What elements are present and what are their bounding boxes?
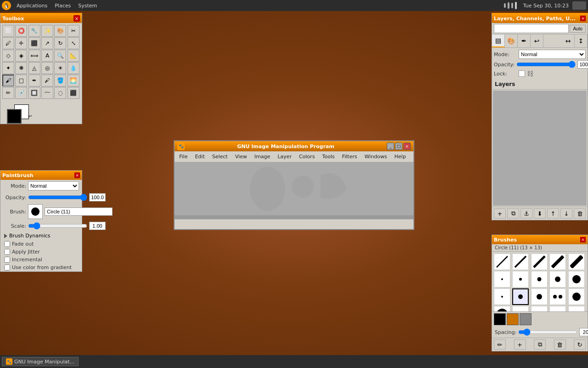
tool-bucket-fill[interactable]: 🪣 bbox=[54, 75, 66, 86]
tool-options-titlebar[interactable]: Paintbrush × bbox=[0, 171, 82, 180]
menu-edit[interactable]: Edit bbox=[191, 152, 208, 161]
tool-measure[interactable]: 📐 bbox=[68, 50, 79, 62]
places-menu[interactable]: Places bbox=[51, 2, 74, 10]
menu-select[interactable]: Select bbox=[209, 152, 232, 161]
brush-item-diag3[interactable] bbox=[531, 253, 548, 270]
brush-duplicate-button[interactable]: ⧉ bbox=[534, 339, 546, 350]
tool-scale[interactable]: ⤡ bbox=[68, 37, 79, 49]
tab-extra1[interactable]: ↔ bbox=[562, 34, 575, 47]
close-button[interactable]: × bbox=[403, 143, 411, 150]
use-color-gradient-checkbox[interactable] bbox=[4, 264, 10, 270]
brush-swatch-black[interactable] bbox=[494, 313, 506, 325]
tool-eraser[interactable]: □ bbox=[15, 75, 27, 86]
system-menu[interactable]: System bbox=[74, 2, 101, 10]
foreground-color-swatch[interactable] bbox=[7, 109, 22, 124]
tab-layers[interactable]: ▤ bbox=[492, 34, 505, 47]
brush-item-tiny1[interactable] bbox=[512, 306, 529, 311]
applications-menu[interactable]: Applications bbox=[13, 2, 51, 10]
tool-perspective-clone[interactable]: ◬ bbox=[28, 62, 40, 74]
layer-merge-button[interactable]: ⬇ bbox=[534, 208, 546, 218]
tool-color-picker[interactable]: 💉 bbox=[15, 87, 27, 99]
layers-auto-button[interactable]: Auto bbox=[570, 25, 586, 33]
tool-smudge[interactable]: 💧 bbox=[68, 62, 79, 74]
opacity-slider[interactable] bbox=[28, 194, 87, 201]
brush-item-md2[interactable] bbox=[549, 288, 566, 305]
gimp-titlebar[interactable]: 🐾 GNU Image Manipulation Program _ □ × bbox=[175, 141, 413, 151]
brush-item-sm1[interactable] bbox=[494, 288, 510, 305]
tool-crop[interactable]: ↗ bbox=[41, 37, 53, 49]
tool-heal[interactable]: ❋ bbox=[15, 62, 27, 74]
menu-windows[interactable]: Windows bbox=[361, 152, 390, 161]
brush-refresh-button[interactable]: ↻ bbox=[574, 339, 586, 350]
opacity-value-input[interactable]: 100.0 bbox=[89, 193, 106, 201]
layers-search-input[interactable] bbox=[494, 24, 569, 33]
brush-item-dot3[interactable] bbox=[531, 271, 548, 288]
tool-shear[interactable]: ◇ bbox=[2, 50, 14, 62]
tool-options-close-button[interactable]: × bbox=[74, 172, 80, 178]
lock-pixels-checkbox[interactable] bbox=[519, 70, 525, 77]
brush-item-xl1[interactable] bbox=[494, 306, 510, 311]
brush-dynamics-toggle[interactable]: Brush Dynamics bbox=[0, 231, 82, 240]
tool-fuzzy-select[interactable]: ✨ bbox=[41, 25, 53, 37]
layer-opacity-value[interactable]: 100.0 bbox=[577, 60, 588, 69]
tool-paths[interactable]: 🖊 bbox=[2, 37, 14, 49]
fade-out-checkbox[interactable] bbox=[4, 241, 10, 247]
tool-move[interactable]: ✛ bbox=[15, 37, 27, 49]
gimp-canvas-area[interactable] bbox=[175, 162, 413, 229]
brush-item-diag2[interactable] bbox=[512, 253, 529, 270]
tool-warp[interactable]: 〰 bbox=[41, 87, 53, 99]
layer-delete-button[interactable]: 🗑 bbox=[574, 208, 586, 218]
brush-swatch-gray[interactable] bbox=[520, 313, 531, 325]
tool-ellipse-select[interactable]: ⭕ bbox=[15, 25, 27, 37]
menu-image[interactable]: Image bbox=[251, 152, 274, 161]
layer-new-button[interactable]: + bbox=[494, 208, 506, 218]
tab-undo[interactable]: ↩ bbox=[531, 34, 543, 47]
menu-file[interactable]: File bbox=[175, 152, 191, 161]
brush-item-diag4[interactable] bbox=[549, 253, 566, 270]
brush-item-sm2[interactable] bbox=[531, 306, 548, 311]
layer-anchor-button[interactable]: ⚓ bbox=[520, 208, 532, 218]
tab-extra2[interactable]: ↕ bbox=[575, 34, 588, 47]
tool-desaturate[interactable]: ⬛ bbox=[68, 87, 79, 99]
tool-pencil[interactable]: ✏ bbox=[2, 87, 14, 99]
brushes-titlebar[interactable]: Brushes × bbox=[492, 235, 588, 244]
tool-blend[interactable]: 🌅 bbox=[68, 75, 79, 86]
minimize-button[interactable]: _ bbox=[387, 143, 394, 150]
brush-item-dot1[interactable] bbox=[494, 271, 510, 288]
tool-magnify[interactable]: 🔍 bbox=[54, 50, 66, 62]
layer-mode-select[interactable]: Normal bbox=[519, 50, 586, 59]
toolbox-titlebar[interactable]: Toolbox × bbox=[0, 14, 82, 23]
brush-item-dot4[interactable] bbox=[549, 271, 566, 288]
tab-channels[interactable]: 🎨 bbox=[505, 34, 518, 47]
tool-ink[interactable]: 🖋 bbox=[41, 75, 53, 86]
brush-item-dot5[interactable] bbox=[568, 271, 585, 288]
tool-free-select[interactable]: 🔧 bbox=[28, 25, 40, 37]
brush-item-sm4[interactable] bbox=[568, 306, 585, 311]
tool-convolve[interactable]: ◌ bbox=[54, 87, 66, 99]
layer-opacity-slider[interactable] bbox=[516, 61, 576, 68]
brush-item-circle11[interactable] bbox=[512, 288, 529, 305]
gimp-canvas[interactable] bbox=[175, 162, 413, 215]
brush-item-dot2[interactable] bbox=[512, 271, 529, 288]
menu-tools[interactable]: Tools bbox=[318, 152, 338, 161]
tool-clone[interactable]: ✦ bbox=[2, 62, 14, 74]
scale-slider[interactable] bbox=[28, 223, 87, 229]
menu-colors[interactable]: Colors bbox=[295, 152, 318, 161]
brushes-close-button[interactable]: × bbox=[580, 237, 586, 242]
tool-rect-select[interactable]: ⬜ bbox=[2, 25, 14, 37]
layer-down-button[interactable]: ↓ bbox=[560, 208, 572, 218]
tool-airbrush[interactable]: ✒ bbox=[28, 75, 40, 86]
apply-jitter-checkbox[interactable] bbox=[4, 249, 10, 255]
brush-delete-button[interactable]: 🗑 bbox=[554, 339, 566, 350]
tool-perspective[interactable]: ◈ bbox=[15, 50, 27, 62]
mode-select[interactable]: Normal bbox=[28, 181, 79, 190]
brush-item-lg1[interactable] bbox=[568, 288, 585, 305]
spacing-slider[interactable] bbox=[518, 328, 577, 336]
tab-paths[interactable]: ✒ bbox=[518, 34, 531, 47]
menu-filters[interactable]: Filters bbox=[338, 152, 361, 161]
tool-rotate[interactable]: ↻ bbox=[54, 37, 66, 49]
menu-layer[interactable]: Layer bbox=[274, 152, 295, 161]
spacing-value-input[interactable]: 20.0 bbox=[579, 328, 588, 336]
brush-name-input[interactable]: Circle (11) bbox=[45, 207, 113, 216]
tool-clone2[interactable]: 🔲 bbox=[28, 87, 40, 99]
